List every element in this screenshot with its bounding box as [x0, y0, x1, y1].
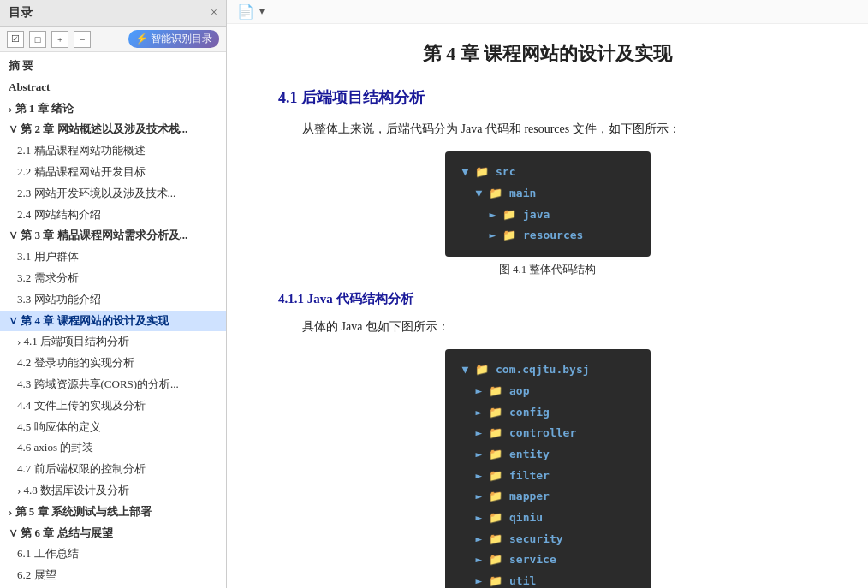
- figure-1: ▼ 📁 src ▼ 📁 main ► 📁 java ► 📁 resources …: [278, 151, 817, 277]
- tree-line: ► 📁 aop: [462, 381, 633, 402]
- toolbar-check-btn[interactable]: ☑: [7, 31, 24, 48]
- toc-item-ch2-1[interactable]: 2.1 精品课程网站功能概述: [0, 140, 226, 162]
- toc-item-ch6-2[interactable]: 6.2 展望: [0, 565, 226, 586]
- figure-2: ▼ 📁 com.cqjtu.bysj ► 📁 aop ► 📁 config ► …: [278, 349, 817, 588]
- ai-recognize-button[interactable]: ⚡ 智能识别目录: [128, 30, 219, 48]
- toc-list: 摘 要Abstract› 第 1 章 绪论∨ 第 2 章 网站概述以及涉及技术栈…: [0, 52, 226, 588]
- toc-item-ch2[interactable]: ∨ 第 2 章 网站概述以及涉及技术栈...: [0, 119, 226, 140]
- subsection-411-para: 具体的 Java 包如下图所示：: [278, 316, 817, 337]
- doc-toolbar: 📄 ▾: [227, 0, 868, 24]
- toc-item-ch4-2[interactable]: 4.2 登录功能的实现分析: [0, 353, 226, 374]
- toc-item-ch2-4[interactable]: 2.4 网站结构介绍: [0, 205, 226, 226]
- toc-item-ch4[interactable]: ∨ 第 4 章 课程网站的设计及实现: [0, 311, 226, 332]
- tree-line: ► 📁 java: [462, 205, 633, 226]
- section-41-para: 从整体上来说，后端代码分为 Java 代码和 resources 文件，如下图所…: [278, 118, 817, 140]
- toc-item-ch5[interactable]: › 第 5 章 系统测试与线上部署: [0, 502, 226, 523]
- toc-item-ch2-2[interactable]: 2.2 精品课程网站开发目标: [0, 162, 226, 183]
- sidebar-close-button[interactable]: ×: [211, 6, 217, 20]
- tree-box-1: ▼ 📁 src ▼ 📁 main ► 📁 java ► 📁 resources: [445, 151, 651, 257]
- tree-box-2: ▼ 📁 com.cqjtu.bysj ► 📁 aop ► 📁 config ► …: [445, 349, 651, 588]
- tree-line: ▼ 📁 com.cqjtu.bysj: [462, 359, 633, 381]
- toc-item-ch6-1[interactable]: 6.1 工作总结: [0, 543, 226, 565]
- toolbar-box-btn[interactable]: □: [29, 31, 46, 48]
- toc-item-ch2-3[interactable]: 2.3 网站开发环境以及涉及技术...: [0, 183, 226, 205]
- tree-line-security: ► 📁 security: [462, 529, 633, 550]
- toc-item-ch3-3[interactable]: 3.3 网站功能介绍: [0, 289, 226, 311]
- tree-line: ► 📁 filter: [462, 466, 633, 487]
- tree-line: ► 📁 util: [462, 571, 633, 588]
- sidebar-toolbar: ☑ □ + − ⚡ 智能识别目录: [0, 27, 226, 52]
- tree-line: ▼ 📁 main: [462, 183, 633, 205]
- toc-item-abstract-en[interactable]: Abstract: [0, 77, 226, 98]
- tree-line: ► 📁 entity: [462, 444, 633, 466]
- toc-item-ch3[interactable]: ∨ 第 3 章 精品课程网站需求分析及...: [0, 225, 226, 246]
- tree-line-service: ► 📁 service: [462, 549, 633, 571]
- sidebar-title: 目录: [9, 5, 33, 21]
- tree-line: ► 📁 controller: [462, 423, 633, 444]
- section-41-title: 4.1 后端项目结构分析: [278, 87, 817, 108]
- toc-item-ch4-4[interactable]: 4.4 文件上传的实现及分析: [0, 395, 226, 417]
- toc-item-ch6[interactable]: ∨ 第 6 章 总结与展望: [0, 523, 226, 544]
- fig1-caption: 图 4.1 整体代码结构: [278, 262, 817, 277]
- tree-line: ► 📁 mapper: [462, 486, 633, 508]
- tree-line: ► 📁 config: [462, 402, 633, 424]
- tree-line: ► 📁 qiniu: [462, 508, 633, 529]
- toolbar-expand-btn[interactable]: +: [51, 31, 68, 48]
- toc-item-ch4-3[interactable]: 4.3 跨域资源共享(CORS)的分析...: [0, 374, 226, 395]
- main-content: 📄 ▾ 第 4 章 课程网站的设计及实现 4.1 后端项目结构分析 从整体上来说…: [227, 0, 868, 588]
- toc-item-ch3-2[interactable]: 3.2 需求分析: [0, 268, 226, 289]
- content-area: 第 4 章 课程网站的设计及实现 4.1 后端项目结构分析 从整体上来说，后端代…: [227, 24, 868, 588]
- toc-item-ch4-7[interactable]: 4.7 前后端权限的控制分析: [0, 459, 226, 480]
- toc-item-abstract-zh[interactable]: 摘 要: [0, 56, 226, 77]
- subsection-411-title: 4.1.1 Java 代码结构分析: [278, 291, 817, 307]
- doc-dropdown-icon[interactable]: ▾: [259, 5, 265, 18]
- toc-item-ch3-1[interactable]: 3.1 用户群体: [0, 246, 226, 268]
- toc-item-ch4-6[interactable]: 4.6 axios 的封装: [0, 437, 226, 459]
- tree-line: ► 📁 resources: [462, 225, 633, 246]
- tree-line: ▼ 📁 src: [462, 162, 633, 183]
- toc-item-ch4-8[interactable]: › 4.8 数据库设计及分析: [0, 480, 226, 502]
- doc-file-icon: 📄: [237, 3, 254, 20]
- toc-item-ch4-1[interactable]: › 4.1 后端项目结构分析: [0, 331, 226, 353]
- toc-item-ch1[interactable]: › 第 1 章 绪论: [0, 98, 226, 120]
- sidebar-header: 目录 ×: [0, 0, 226, 27]
- chapter-title: 第 4 章 课程网站的设计及实现: [278, 41, 817, 67]
- toc-item-ch4-5[interactable]: 4.5 响应体的定义: [0, 417, 226, 438]
- toolbar-collapse-btn[interactable]: −: [74, 31, 91, 48]
- sidebar: 目录 × ☑ □ + − ⚡ 智能识别目录 摘 要Abstract› 第 1 章…: [0, 0, 227, 588]
